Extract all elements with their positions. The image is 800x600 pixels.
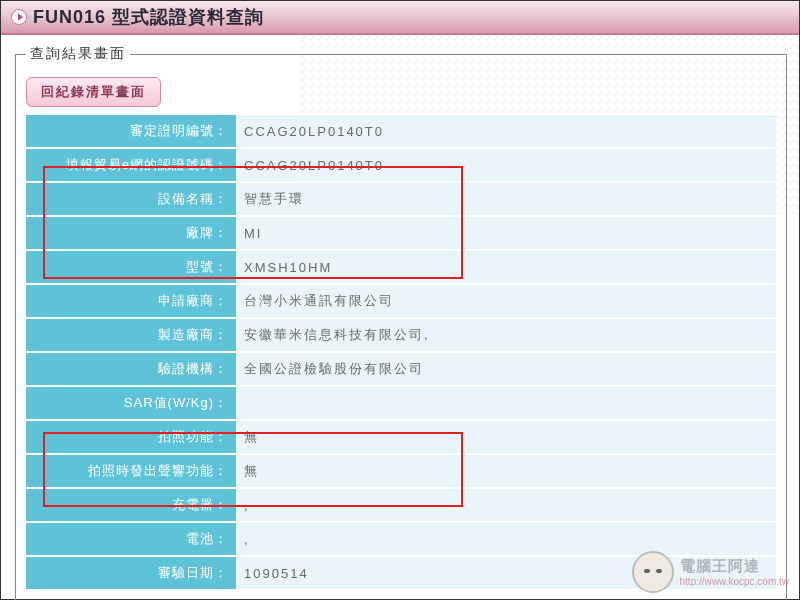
back-to-list-button[interactable]: 回紀錄清單畫面: [26, 77, 161, 107]
table-row: SAR值(W/Kg)：: [26, 387, 776, 419]
row-value: 台灣小米通訊有限公司: [236, 285, 776, 317]
play-icon: [11, 9, 27, 25]
page-title: FUN016 型式認證資料查詢: [33, 5, 264, 29]
row-label: 申請廠商：: [26, 285, 236, 317]
watermark-avatar-icon: [632, 551, 674, 593]
table-row: 設備名稱：智慧手環: [26, 183, 776, 215]
watermark-title: 電腦王阿達: [680, 557, 789, 576]
row-label: 驗證機構：: [26, 353, 236, 385]
row-value: MI: [236, 217, 776, 249]
row-label: 型號：: [26, 251, 236, 283]
table-row: 審定證明編號：CCAG20LP0140T0: [26, 115, 776, 147]
row-value: CCAG20LP0140T0: [236, 115, 776, 147]
row-label: 電池：: [26, 523, 236, 555]
row-value: 安徽華米信息科技有限公司,: [236, 319, 776, 351]
watermark: 電腦王阿達 http://www.kocpc.com.tw: [632, 551, 789, 593]
row-label: 審驗日期：: [26, 557, 236, 589]
watermark-url: http://www.kocpc.com.tw: [680, 576, 789, 587]
table-row: 拍照功能：無: [26, 421, 776, 453]
row-value: CCAG20LP0140T0: [236, 149, 776, 181]
row-label: 拍照功能：: [26, 421, 236, 453]
row-label: 充電器：: [26, 489, 236, 521]
row-value: 無: [236, 455, 776, 487]
page-header: FUN016 型式認證資料查詢: [1, 1, 799, 35]
row-label: 製造廠商：: [26, 319, 236, 351]
table-row: 廠牌：MI: [26, 217, 776, 249]
row-value: 全國公證檢驗股份有限公司: [236, 353, 776, 385]
results-fieldset: 查詢結果畫面 回紀錄清單畫面 審定證明編號：CCAG20LP0140T0填報貿易…: [15, 45, 787, 600]
table-row: 製造廠商：安徽華米信息科技有限公司,: [26, 319, 776, 351]
row-value: ,: [236, 489, 776, 521]
table-row: 驗證機構：全國公證檢驗股份有限公司: [26, 353, 776, 385]
row-label: 拍照時發出聲響功能：: [26, 455, 236, 487]
row-label: 填報貿易e網的認證號碼：: [26, 149, 236, 181]
table-row: 充電器：,: [26, 489, 776, 521]
row-label: 廠牌：: [26, 217, 236, 249]
results-table: 審定證明編號：CCAG20LP0140T0填報貿易e網的認證號碼：CCAG20L…: [26, 113, 776, 591]
table-row: 型號：XMSH10HM: [26, 251, 776, 283]
table-row: 填報貿易e網的認證號碼：CCAG20LP0140T0: [26, 149, 776, 181]
row-label: 設備名稱：: [26, 183, 236, 215]
results-legend: 查詢結果畫面: [26, 45, 130, 63]
row-value: [236, 387, 776, 419]
table-row: 申請廠商：台灣小米通訊有限公司: [26, 285, 776, 317]
table-row: 拍照時發出聲響功能：無: [26, 455, 776, 487]
row-label: 審定證明編號：: [26, 115, 236, 147]
row-value: 智慧手環: [236, 183, 776, 215]
row-value: XMSH10HM: [236, 251, 776, 283]
row-label: SAR值(W/Kg)：: [26, 387, 236, 419]
row-value: 無: [236, 421, 776, 453]
